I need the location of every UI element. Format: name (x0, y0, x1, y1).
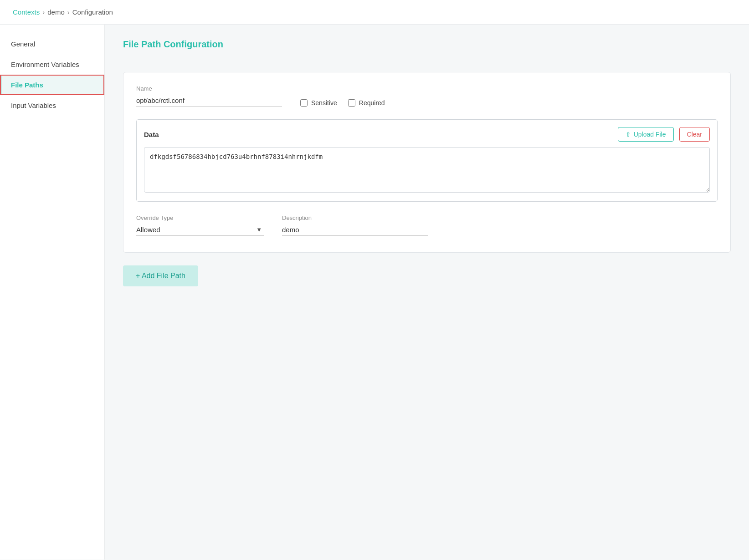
breadcrumb-sep-2: › (67, 8, 70, 16)
data-label: Data (144, 131, 159, 138)
breadcrumb: Contexts › demo › Configuration (0, 0, 749, 25)
add-file-path-button[interactable]: + Add File Path (123, 265, 198, 286)
override-row: Override Type Allowed Required Disabled … (136, 214, 718, 236)
sidebar-item-filepaths-label: File Paths (11, 81, 43, 89)
file-path-card: Name Sensitive Required Da (123, 72, 731, 253)
sidebar-item-general-label: General (11, 40, 35, 48)
sensitive-label: Sensitive (311, 99, 337, 107)
description-label: Description (282, 214, 428, 221)
sidebar-item-inputvars-label: Input Variables (11, 102, 56, 109)
data-section: Data ⇧ Upload File Clear dfkgdsf56786834… (136, 119, 718, 202)
upload-file-label: Upload File (634, 131, 666, 138)
sidebar-item-environment-variables[interactable]: Environment Variables (0, 54, 104, 75)
required-label: Required (359, 99, 385, 107)
data-header: Data ⇧ Upload File Clear (144, 127, 710, 142)
clear-button[interactable]: Clear (679, 127, 710, 142)
breadcrumb-demo: demo (47, 8, 65, 16)
override-type-select[interactable]: Allowed Required Disabled (136, 224, 264, 236)
breadcrumb-contexts[interactable]: Contexts (13, 8, 40, 16)
name-label: Name (136, 85, 282, 92)
description-input[interactable] (282, 224, 428, 236)
upload-file-button[interactable]: ⇧ Upload File (618, 127, 674, 142)
breadcrumb-configuration: Configuration (72, 8, 113, 16)
sensitive-checkbox-item[interactable]: Sensitive (300, 99, 337, 107)
override-type-select-wrapper: Allowed Required Disabled ▼ (136, 224, 264, 236)
name-input[interactable] (136, 95, 282, 107)
name-field-group: Name (136, 85, 282, 107)
override-type-label: Override Type (136, 214, 264, 221)
sidebar-item-env-label: Environment Variables (11, 61, 79, 68)
description-field-group: Description (282, 214, 428, 236)
sidebar-item-input-variables[interactable]: Input Variables (0, 95, 104, 116)
upload-icon: ⇧ (626, 131, 631, 138)
required-checkbox-item[interactable]: Required (348, 99, 385, 107)
override-type-field-group: Override Type Allowed Required Disabled … (136, 214, 264, 236)
section-divider (123, 59, 731, 59)
sidebar-item-file-paths[interactable]: File Paths (0, 75, 104, 95)
main-content: File Path Configuration Name Sensitive R… (105, 25, 749, 560)
page-title: File Path Configuration (123, 39, 731, 50)
data-actions: ⇧ Upload File Clear (618, 127, 710, 142)
breadcrumb-sep-1: › (42, 8, 45, 16)
name-row: Name Sensitive Required (136, 85, 718, 107)
sensitive-checkbox[interactable] (300, 99, 308, 107)
checkbox-group: Sensitive Required (300, 99, 385, 107)
sidebar: General Environment Variables File Paths… (0, 25, 105, 560)
data-textarea[interactable]: dfkgdsf56786834hbjcd763u4brhnf8783i4nhrn… (144, 147, 710, 193)
sidebar-item-general[interactable]: General (0, 34, 104, 54)
required-checkbox[interactable] (348, 99, 355, 107)
